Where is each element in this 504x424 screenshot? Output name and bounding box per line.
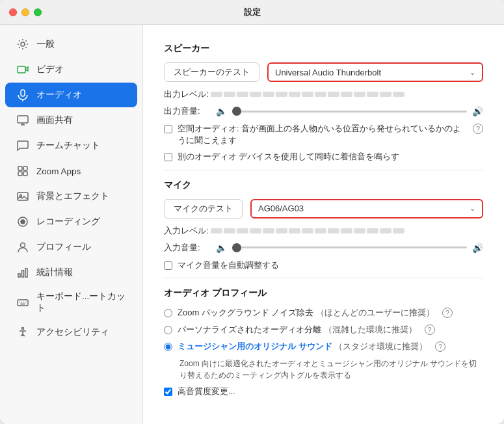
mic-device-value: AG06/AG03 <box>258 204 304 213</box>
level-seg-1 <box>211 92 222 97</box>
section-divider-2 <box>164 278 483 278</box>
sidebar-label-keyboard: キーボード...ートカット <box>36 291 127 314</box>
input-level-bars <box>211 228 405 233</box>
sidebar-label-accessibility: アクセシビリティ <box>36 326 109 338</box>
in-seg-14 <box>380 228 391 233</box>
output-volume-row: 出力音量: 🔈 🔊 <box>164 105 483 117</box>
in-seg-6 <box>276 228 287 233</box>
svg-point-13 <box>21 243 25 248</box>
accessibility-icon <box>16 325 30 339</box>
mic-chevron-down-icon: ⌄ <box>470 204 475 213</box>
level-seg-13 <box>367 92 378 97</box>
level-seg-9 <box>315 92 326 97</box>
keyboard-icon <box>16 295 30 310</box>
output-level-label: 出力レベル: <box>164 88 211 100</box>
gear-icon <box>16 37 30 51</box>
slider-thumb <box>232 107 241 116</box>
input-volume-high-icon: 🔊 <box>472 243 483 253</box>
maximize-button[interactable] <box>34 8 42 16</box>
level-seg-14 <box>380 92 391 97</box>
spatial-audio-row: 空間オーディオ: 音が画面上の各人物がいる位置から発せられているかのように聞こえ… <box>164 124 483 146</box>
more-row: 高音質度変更... <box>164 386 483 398</box>
sidebar-item-stats[interactable]: 統計情報 <box>5 260 137 285</box>
sidebar-item-screenshare[interactable]: 画面共有 <box>5 108 137 133</box>
svg-rect-7 <box>18 172 22 176</box>
sidebar-item-video[interactable]: ビデオ <box>5 57 137 82</box>
sidebar-item-accessibility[interactable]: アクセシビリティ <box>5 320 137 345</box>
speaker-device-select[interactable]: Universal Audio Thunderbolt ⌄ <box>267 62 483 82</box>
background-icon <box>16 189 30 204</box>
sidebar-item-background[interactable]: 背景とエフェクト <box>5 184 137 209</box>
mic-device-row: マイクのテスト AG06/AG03 ⌄ <box>164 199 483 219</box>
volume-low-icon: 🔈 <box>216 106 227 116</box>
sidebar-item-keyboard[interactable]: キーボード...ートカット <box>5 285 137 319</box>
auto-adjust-checkbox[interactable] <box>164 261 172 270</box>
mic-device-select[interactable]: AG06/AG03 ⌄ <box>250 199 483 219</box>
input-level-row: 入力レベル: <box>164 225 483 237</box>
in-seg-5 <box>263 228 274 233</box>
chevron-down-icon: ⌄ <box>470 68 475 77</box>
more-checkbox[interactable] <box>164 388 172 396</box>
sidebar-item-teamchat[interactable]: チームチャット <box>5 133 137 158</box>
zoomapps-icon <box>16 164 30 178</box>
output-volume-label: 出力音量: <box>164 105 211 117</box>
spatial-audio-checkbox[interactable] <box>164 125 172 133</box>
sidebar-label-teamchat: チームチャット <box>36 140 100 152</box>
sidebar-item-zoomapps[interactable]: Zoom Apps <box>5 159 137 183</box>
musician-help-icon[interactable]: ? <box>435 341 445 352</box>
sidebar-label-video: ビデオ <box>36 64 64 75</box>
sidebar-item-profile[interactable]: プロフィール <box>5 235 137 259</box>
sidebar-label-recording: レコーディング <box>36 216 100 228</box>
level-seg-2 <box>224 92 235 97</box>
musician-radio-row: ミュージシャン用のオリジナル サウンド （スタジオ環境に推奨） ? <box>164 341 483 352</box>
settings-window: 設定 一般 ビデオ オーデ <box>0 0 504 424</box>
level-seg-11 <box>341 92 352 97</box>
close-button[interactable] <box>9 8 17 16</box>
noise-radio[interactable] <box>164 309 172 317</box>
titlebar: 設定 <box>0 0 504 25</box>
audio-icon <box>16 88 30 102</box>
sidebar-item-general[interactable]: 一般 <box>5 32 137 57</box>
in-seg-1 <box>211 228 222 233</box>
alt-audio-checkbox[interactable] <box>164 153 172 161</box>
noise-radio-row: Zoom バックグラウンド ノイズ除去 （ほとんどのユーザーに推奨） ? <box>164 307 483 319</box>
level-seg-6 <box>276 92 287 97</box>
svg-point-23 <box>22 328 24 330</box>
noise-help-icon[interactable]: ? <box>442 308 453 318</box>
level-seg-3 <box>237 92 248 97</box>
sidebar: 一般 ビデオ オーディオ 画面共有 <box>0 25 143 424</box>
in-seg-7 <box>289 228 300 233</box>
alt-audio-row: 別のオーディオ デバイスを使用して同時に着信音を鳴らす <box>164 152 483 163</box>
sidebar-label-profile: プロフィール <box>36 241 91 253</box>
output-volume-slider[interactable] <box>232 111 467 113</box>
sidebar-label-zoomapps: Zoom Apps <box>36 166 81 176</box>
personal-radio[interactable] <box>164 326 172 334</box>
minimize-button[interactable] <box>21 8 29 16</box>
sidebar-item-audio[interactable]: オーディオ <box>5 83 137 107</box>
personal-label: パーソナライズされたオーディオ分離 （混雑した環境に推奨） <box>178 324 417 336</box>
personal-help-icon[interactable]: ? <box>425 325 435 335</box>
musician-radio[interactable] <box>164 343 172 351</box>
recording-icon <box>16 215 30 229</box>
input-volume-label: 入力音量: <box>164 242 211 254</box>
section-divider-1 <box>164 170 483 170</box>
sidebar-label-stats: 統計情報 <box>36 267 73 278</box>
profile-icon <box>16 240 30 254</box>
svg-rect-4 <box>18 116 28 123</box>
profile-section-title: オーディオ プロフィール <box>164 287 483 299</box>
mic-test-button[interactable]: マイクのテスト <box>164 199 243 219</box>
speaker-test-button[interactable]: スピーカーのテスト <box>164 62 259 82</box>
sidebar-item-recording[interactable]: レコーディング <box>5 209 137 234</box>
spatial-audio-help-icon[interactable]: ? <box>473 124 483 134</box>
input-volume-low-icon: 🔈 <box>216 243 227 253</box>
input-volume-slider[interactable] <box>232 246 467 248</box>
in-seg-11 <box>341 228 352 233</box>
video-icon <box>16 62 30 77</box>
in-seg-4 <box>250 228 261 233</box>
in-seg-10 <box>328 228 339 233</box>
window-title: 設定 <box>244 7 261 18</box>
sidebar-label-audio: オーディオ <box>36 89 82 101</box>
output-level-bars <box>211 92 405 97</box>
svg-rect-14 <box>18 274 20 277</box>
level-seg-15 <box>393 92 405 97</box>
